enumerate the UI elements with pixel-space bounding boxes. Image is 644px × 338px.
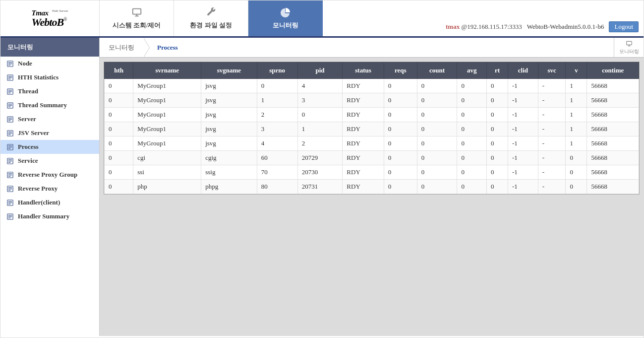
table-cell: 4: [297, 79, 343, 93]
doc-icon: [6, 185, 14, 193]
table-cell: 20731: [297, 180, 343, 194]
doc-icon: [6, 60, 14, 68]
sidebar-item-jsv-server[interactable]: JSV Server: [0, 126, 99, 140]
sidebar-item-handler-summary[interactable]: Handler Summary: [0, 209, 99, 223]
col-count[interactable]: count: [417, 63, 457, 79]
sidebar-item-label: Thread: [18, 87, 38, 95]
breadcrumb: 모니터링 Process 모니터링: [100, 38, 644, 58]
col-avg[interactable]: avg: [457, 63, 487, 79]
breadcrumb-item[interactable]: 모니터링: [100, 38, 143, 57]
col-sprno[interactable]: sprno: [257, 63, 297, 79]
sidebar-item-server[interactable]: Server: [0, 112, 99, 126]
sidebar-item-handler-client-[interactable]: Handler(client): [0, 196, 99, 209]
logo-text: Tmax Web Server WebtoB®: [32, 9, 68, 28]
tab-config[interactable]: 환경 파일 설정: [174, 0, 248, 36]
table-cell: RDY: [343, 108, 384, 122]
table-cell: ssi: [133, 165, 201, 180]
col-svrname[interactable]: svrname: [133, 63, 201, 79]
table-cell: 0: [486, 122, 508, 136]
col-contime[interactable]: contime: [587, 63, 639, 79]
col-pid[interactable]: pid: [297, 63, 343, 79]
logout-button[interactable]: Logout: [609, 21, 639, 32]
table-cell: 3: [297, 93, 343, 108]
sidebar-item-label: Service: [18, 157, 38, 165]
breadcrumb-refresh-button[interactable]: 모니터링: [614, 38, 644, 57]
table-cell: 0: [384, 93, 417, 108]
table-cell: jsvg: [201, 108, 257, 122]
col-svc[interactable]: svc: [538, 63, 566, 79]
table-cell: -: [538, 180, 566, 194]
doc-icon: [6, 116, 14, 123]
table-cell: 0: [486, 79, 508, 93]
nav-tabs: 시스템 조회/제어 환경 파일 설정 모니터링: [100, 0, 323, 36]
table-cell: MyGroup1: [133, 79, 201, 93]
svg-rect-0: [132, 9, 141, 14]
col-v[interactable]: v: [566, 63, 587, 79]
table-row[interactable]: 0MyGroup1jsvg42RDY0000-1-156668: [105, 136, 639, 151]
header: Tmax Web Server WebtoB® 시스템 조회/제어 환경 파일 …: [0, 0, 644, 38]
sidebar-item-thread[interactable]: Thread: [0, 84, 99, 98]
doc-icon: [6, 143, 14, 151]
table-row[interactable]: 0MyGroup1jsvg13RDY0000-1-156668: [105, 93, 639, 108]
sidebar: 모니터링 NodeHTH StatisticsThreadThread Summ…: [0, 38, 100, 336]
table-row[interactable]: 0MyGroup1jsvg20RDY0000-1-156668: [105, 108, 639, 122]
sidebar-item-thread-summary[interactable]: Thread Summary: [0, 98, 99, 112]
table-cell: -: [538, 165, 566, 180]
sidebar-item-hth-statistics[interactable]: HTH Statistics: [0, 70, 99, 84]
table-cell: 0: [417, 136, 457, 151]
table-cell: -1: [508, 151, 538, 165]
table-cell: MyGroup1: [133, 93, 201, 108]
table-cell: 0: [417, 151, 457, 165]
table-cell: 20730: [297, 165, 343, 180]
sidebar-item-reverse-proxy[interactable]: Reverse Proxy: [0, 182, 99, 196]
table-cell: 0: [417, 93, 457, 108]
table-row[interactable]: 0cgicgig6020729RDY0000-1-056668: [105, 151, 639, 165]
table-cell: 0: [384, 122, 417, 136]
table-cell: -1: [508, 136, 538, 151]
doc-icon: [6, 157, 14, 165]
table-cell: 0: [457, 79, 487, 93]
table-cell: 0: [384, 165, 417, 180]
sidebar-item-label: Handler(client): [18, 199, 60, 206]
table-cell: MyGroup1: [133, 136, 201, 151]
breadcrumb-item-current: Process: [143, 38, 187, 57]
table-cell: 2: [257, 108, 297, 122]
col-svgname[interactable]: svgname: [201, 63, 257, 79]
table-cell: 0: [105, 108, 133, 122]
monitor-icon: [131, 7, 142, 18]
col-rt[interactable]: rt: [486, 63, 508, 79]
table-cell: 80: [257, 180, 297, 194]
tab-monitoring[interactable]: 모니터링: [248, 0, 323, 36]
doc-icon: [6, 74, 14, 81]
table-cell: -: [538, 79, 566, 93]
table-row[interactable]: 0MyGroup1jsvg04RDY0000-1-156668: [105, 79, 639, 93]
tab-system[interactable]: 시스템 조회/제어: [100, 0, 174, 36]
sidebar-item-label: Reverse Proxy Group: [18, 171, 77, 179]
table-cell: 56668: [587, 79, 639, 93]
monitor-small-icon: [625, 40, 633, 48]
logo-reg: ®: [63, 16, 67, 22]
table-cell: RDY: [343, 165, 384, 180]
sidebar-item-process[interactable]: Process: [0, 140, 99, 154]
table-header-row: hthsvrnamesvgnamesprnopidstatusreqscount…: [105, 63, 639, 79]
col-status[interactable]: status: [343, 63, 384, 79]
table-cell: 0: [457, 136, 487, 151]
col-reqs[interactable]: reqs: [384, 63, 417, 79]
table-cell: 0: [457, 93, 487, 108]
table-row[interactable]: 0ssissig7020730RDY0000-1-056668: [105, 165, 639, 180]
col-hth[interactable]: hth: [105, 63, 133, 79]
pie-icon: [280, 7, 291, 18]
table-cell: php: [133, 180, 201, 194]
table-cell: ssig: [201, 165, 257, 180]
table-cell: 1: [297, 122, 343, 136]
sidebar-item-reverse-proxy-group[interactable]: Reverse Proxy Group: [0, 168, 99, 182]
table-row[interactable]: 0MyGroup1jsvg31RDY0000-1-156668: [105, 122, 639, 136]
sidebar-item-service[interactable]: Service: [0, 154, 99, 168]
sidebar-item-node[interactable]: Node: [0, 57, 99, 70]
table-cell: 1: [566, 79, 587, 93]
col-clid[interactable]: clid: [508, 63, 538, 79]
sidebar-item-label: Reverse Proxy: [18, 185, 58, 193]
table-cell: -1: [508, 180, 538, 194]
header-right: tmax @192.168.115.17:3333 WebtoB-Webadmi…: [446, 21, 639, 32]
table-row[interactable]: 0phpphpg8020731RDY0000-1-056668: [105, 180, 639, 194]
